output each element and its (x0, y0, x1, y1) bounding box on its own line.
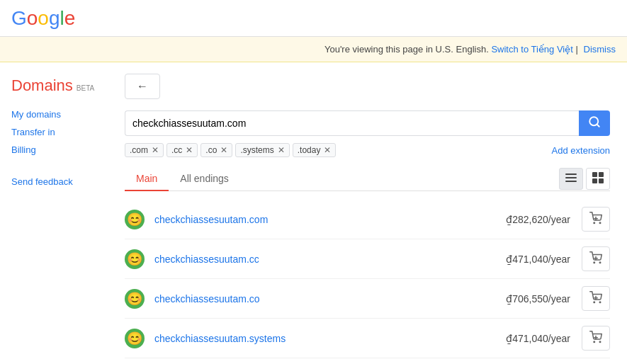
ext-tag-systems: .systems ✕ (235, 143, 289, 157)
search-button[interactable] (579, 110, 610, 136)
available-icon-3: 😊 (125, 329, 145, 348)
svg-rect-3 (565, 177, 577, 178)
ext-tag-com-remove[interactable]: ✕ (152, 146, 159, 154)
back-arrow-icon: ← (137, 80, 148, 93)
domain-link-2[interactable]: checkchiassesuutam.co (154, 293, 506, 305)
tab-all-endings[interactable]: All endings (169, 167, 240, 191)
ext-tag-cc-remove[interactable]: ✕ (186, 146, 193, 154)
add-extension-link[interactable]: Add extension (552, 145, 610, 156)
ext-tag-cc: .cc ✕ (166, 143, 198, 157)
ext-tag-co-remove[interactable]: ✕ (220, 146, 227, 154)
sidebar-title-text: Domains (11, 76, 73, 95)
ext-tag-today-remove[interactable]: ✕ (324, 146, 331, 154)
svg-point-17 (594, 302, 595, 303)
svg-point-14 (599, 262, 601, 263)
add-to-cart-3[interactable] (582, 326, 610, 351)
sidebar-nav: My domains Transfer in Billing (11, 109, 113, 155)
header: Google (0, 0, 627, 37)
ext-tag-today-label: .today (298, 145, 321, 155)
results-list: 😊 checkchiassesuutam.com ₫282,620/year 😊 (125, 200, 610, 364)
svg-point-21 (594, 341, 595, 343)
ext-tag-com-label: .com (130, 145, 148, 155)
search-row (125, 110, 610, 136)
result-price-3: ₫471,040/year (506, 333, 570, 344)
domain-link-3[interactable]: checkchiassesuutam.systems (154, 333, 506, 344)
svg-point-22 (599, 341, 601, 343)
svg-line-1 (597, 124, 599, 126)
page-layout: Domains BETA My domains Transfer in Bill… (0, 62, 627, 364)
result-price-0: ₫282,620/year (506, 214, 570, 225)
logo-text: Google (11, 7, 75, 30)
grid-view-icon (592, 172, 604, 186)
ext-tag-cc-label: .cc (171, 145, 182, 155)
list-view-button[interactable] (559, 168, 583, 190)
sidebar-title: Domains BETA (11, 76, 113, 95)
cart-icon-3 (589, 331, 602, 346)
domain-link-0[interactable]: checkchiassesuutam.com (154, 214, 506, 225)
list-view-icon (565, 172, 577, 186)
main-content: ← .com ✕ .cc ✕ (113, 62, 627, 364)
table-row: 😊 checkchiassesuutam.co ₫706,550/year (125, 279, 610, 319)
extension-tags-row: .com ✕ .cc ✕ .co ✕ .systems ✕ .today ✕ A… (125, 143, 610, 157)
tab-main[interactable]: Main (125, 167, 169, 191)
cart-icon-0 (589, 212, 602, 227)
table-row: 😊 checkchiassesuutam.today ₫471,040/year (125, 358, 610, 364)
svg-point-18 (599, 302, 601, 303)
available-icon-0: 😊 (125, 210, 145, 229)
sidebar-item-mydomains[interactable]: My domains (11, 109, 113, 120)
add-to-cart-2[interactable] (582, 286, 610, 311)
search-icon (588, 115, 601, 131)
available-icon-1: 😊 (125, 249, 145, 269)
notif-text: You're viewing this page in U.S. English… (324, 44, 489, 55)
send-feedback-link[interactable]: Send feedback (11, 176, 73, 187)
cart-icon-2 (589, 291, 602, 306)
sidebar: Domains BETA My domains Transfer in Bill… (0, 62, 113, 364)
back-btn-row: ← (125, 74, 610, 99)
search-input[interactable] (125, 110, 579, 136)
ext-tag-co-label: .co (205, 145, 217, 155)
transfer-in-link[interactable]: Transfer in (11, 127, 55, 137)
switch-language-link[interactable]: Switch to Tiếng Việt (491, 44, 572, 55)
domain-link-1[interactable]: checkchiassesuutam.cc (154, 254, 506, 265)
svg-rect-5 (592, 172, 597, 177)
svg-point-10 (599, 222, 601, 224)
tabs-row: Main All endings (125, 167, 610, 191)
ext-tag-systems-remove[interactable]: ✕ (278, 146, 285, 154)
svg-point-9 (594, 222, 595, 224)
ext-tag-co: .co ✕ (200, 143, 232, 157)
sidebar-item-transferin[interactable]: Transfer in (11, 127, 113, 137)
ext-tag-com: .com ✕ (125, 143, 164, 157)
sidebar-beta: BETA (77, 84, 94, 92)
add-to-cart-0[interactable] (582, 207, 610, 232)
result-price-2: ₫706,550/year (506, 293, 570, 305)
view-toggle (559, 168, 610, 190)
svg-rect-4 (565, 181, 577, 182)
dismiss-link[interactable]: Dismiss (584, 44, 616, 55)
ext-tag-systems-label: .systems (240, 145, 273, 155)
table-row: 😊 checkchiassesuutam.systems ₫471,040/ye… (125, 319, 610, 358)
table-row: 😊 checkchiassesuutam.com ₫282,620/year (125, 200, 610, 239)
table-row: 😊 checkchiassesuutam.cc ₫471,040/year (125, 239, 610, 279)
svg-point-13 (594, 262, 595, 263)
notification-bar: You're viewing this page in U.S. English… (0, 37, 627, 62)
logo: Google (11, 7, 75, 30)
my-domains-link[interactable]: My domains (11, 109, 61, 120)
result-price-1: ₫471,040/year (506, 254, 570, 265)
svg-rect-7 (592, 178, 597, 183)
svg-rect-6 (599, 172, 604, 177)
ext-tag-today: .today ✕ (293, 143, 337, 157)
billing-link[interactable]: Billing (11, 144, 36, 155)
available-icon-2: 😊 (125, 289, 145, 309)
back-button[interactable]: ← (125, 74, 160, 99)
svg-rect-2 (565, 174, 577, 175)
sidebar-item-billing[interactable]: Billing (11, 144, 113, 155)
add-to-cart-1[interactable] (582, 246, 610, 271)
cart-icon-1 (589, 251, 602, 266)
svg-rect-8 (599, 178, 604, 183)
grid-view-button[interactable] (586, 168, 610, 190)
